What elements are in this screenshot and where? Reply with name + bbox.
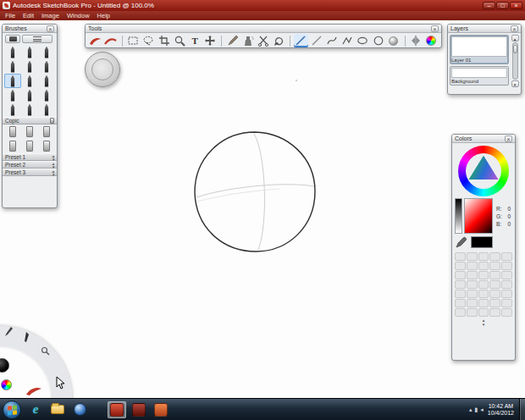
tray-volume-icon[interactable]: ◂ <box>480 406 484 413</box>
color-swatch[interactable] <box>489 308 500 317</box>
circle-tool-icon[interactable] <box>371 34 385 47</box>
color-swatch[interactable] <box>501 308 512 317</box>
color-swatch[interactable] <box>455 262 466 270</box>
tray-show-hidden-icon[interactable]: ▴ <box>469 406 472 413</box>
preset-2-expand-icon[interactable]: ▴▾ <box>52 162 54 169</box>
brush-swatch[interactable] <box>21 88 38 102</box>
color-swatch[interactable] <box>478 252 489 261</box>
copic-swatch[interactable] <box>4 124 21 139</box>
brush-swatch[interactable] <box>38 59 55 74</box>
color-swatch[interactable] <box>489 252 500 261</box>
color-swatch[interactable] <box>478 299 489 307</box>
brush-list-view-button[interactable] <box>22 35 52 43</box>
transform-tool-icon[interactable] <box>272 34 286 47</box>
color-swatch[interactable] <box>467 262 478 270</box>
brush-swatch[interactable] <box>38 88 55 102</box>
color-swatch[interactable] <box>467 299 478 307</box>
layers-scroll-down-icon[interactable]: ▾ <box>511 80 519 87</box>
color-swatch[interactable] <box>467 308 478 317</box>
copic-swatch[interactable] <box>21 124 38 139</box>
color-swatch[interactable] <box>455 308 466 317</box>
color-swatch[interactable] <box>489 271 500 279</box>
color-swatch[interactable] <box>478 290 489 298</box>
brush-swatch[interactable] <box>38 45 55 59</box>
color-swatch[interactable] <box>489 299 500 307</box>
maximize-button[interactable]: □ <box>496 2 509 9</box>
color-swatch[interactable] <box>455 299 466 307</box>
color-swatch[interactable] <box>489 262 500 270</box>
cut-tool-icon[interactable] <box>256 34 270 47</box>
preset-1-expand-icon[interactable]: ▴▾ <box>52 154 54 161</box>
layers-opacity-slider[interactable] <box>512 42 518 80</box>
menu-help[interactable]: Help <box>97 12 110 19</box>
layers-close-icon[interactable]: × <box>511 25 518 32</box>
layer-item[interactable]: Background <box>450 66 509 86</box>
show-desktop-button[interactable] <box>519 399 525 420</box>
lagoon-color-wheel-icon[interactable] <box>1 379 12 390</box>
pencil-tool-icon[interactable] <box>225 34 240 47</box>
stroke-line-tool-icon[interactable] <box>309 34 323 47</box>
swatch-scroll-icon[interactable]: ▴▾ <box>452 318 515 327</box>
saturation-value-picker[interactable] <box>464 198 493 234</box>
brushes-close-icon[interactable]: × <box>47 25 54 32</box>
preset-3-header[interactable]: Preset 3 ▴▾ <box>3 169 57 176</box>
brush-swatch[interactable] <box>21 74 38 88</box>
lagoon-zoom-icon[interactable] <box>41 346 50 356</box>
brush-swatch[interactable] <box>21 59 38 74</box>
colors-close-icon[interactable]: × <box>505 135 512 142</box>
brush-swatch[interactable] <box>38 74 55 88</box>
color-swatch[interactable] <box>467 252 478 261</box>
slider-knob[interactable] <box>513 45 517 53</box>
color-swatch[interactable] <box>501 299 512 307</box>
move-tool-icon[interactable] <box>203 34 218 47</box>
color-swatch[interactable] <box>478 280 489 289</box>
layer-item-selected[interactable]: Layer 01 <box>450 35 509 64</box>
brush-swatch[interactable] <box>4 45 21 59</box>
brush-swatch[interactable] <box>4 88 21 102</box>
color-swatch[interactable] <box>501 280 512 289</box>
minimize-button[interactable]: – <box>483 2 495 9</box>
brush-stroke-tool-icon[interactable] <box>88 34 102 47</box>
color-swatch[interactable] <box>455 252 466 261</box>
taskbar-sketchbook-button[interactable] <box>108 401 126 418</box>
line-tool-icon-selected[interactable] <box>294 34 308 47</box>
tools-close-icon[interactable]: × <box>431 25 439 32</box>
color-swatch[interactable] <box>478 308 489 317</box>
preset-2-header[interactable]: Preset 2 ▴▾ <box>3 161 57 169</box>
color-swatch[interactable] <box>455 271 466 279</box>
tray-network-icon[interactable]: ▮ <box>474 406 478 413</box>
brush-swatch[interactable] <box>38 102 55 117</box>
color-swatch[interactable] <box>501 271 512 279</box>
brush-swatch[interactable] <box>4 59 21 74</box>
color-swatch[interactable] <box>489 280 500 289</box>
brush-swatch-selected[interactable] <box>4 74 21 88</box>
zoom-tool-icon[interactable] <box>172 34 186 47</box>
preset-1-header[interactable]: Preset 1 ▴▾ <box>3 153 57 161</box>
brush-library-button[interactable] <box>5 35 20 43</box>
menu-window[interactable]: Window <box>67 12 90 19</box>
color-swatch[interactable] <box>478 262 489 270</box>
taskbar-app-button[interactable] <box>130 401 148 418</box>
rect-select-tool-icon[interactable] <box>125 34 140 47</box>
brush-swatch[interactable] <box>21 102 38 117</box>
lasso-tool-icon[interactable] <box>141 34 156 47</box>
gradient-ball-icon[interactable] <box>386 34 401 47</box>
copic-swatch[interactable] <box>38 124 55 139</box>
brush-swatch[interactable] <box>21 45 38 59</box>
color-swatch[interactable] <box>467 290 478 298</box>
symmetry-tool-icon[interactable] <box>409 34 423 47</box>
preset-3-expand-icon[interactable]: ▴▾ <box>52 169 54 176</box>
menu-file[interactable]: File <box>5 12 15 19</box>
lagoon-stroke-icon[interactable] <box>25 385 42 396</box>
taskbar-app-button-2[interactable] <box>152 401 170 418</box>
color-wheel[interactable] <box>458 146 509 196</box>
polyline-tool-icon[interactable] <box>340 34 355 47</box>
brush-swatch[interactable] <box>4 102 21 117</box>
menu-edit[interactable]: Edit <box>23 12 34 19</box>
color-swatch[interactable] <box>501 262 512 270</box>
start-button[interactable] <box>3 401 21 419</box>
layers-scrollbar[interactable]: ▴ ▾ <box>511 35 519 87</box>
close-button[interactable]: × <box>510 2 522 9</box>
color-ball-icon[interactable] <box>424 34 439 47</box>
curve-tool-icon[interactable] <box>324 34 339 47</box>
